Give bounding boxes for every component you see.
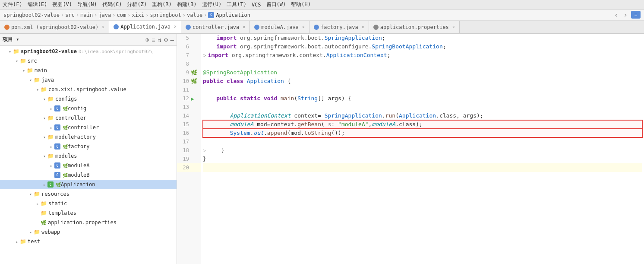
tree-item-webapp[interactable]: 📁 webapp [0, 227, 177, 237]
tree-item-controller-folder[interactable]: 📁 controller [0, 113, 177, 123]
tree-arrow-moduleA[interactable] [48, 163, 54, 168]
nav-forward-button[interactable]: › [622, 11, 629, 19]
tree-item-test[interactable]: 📁 test [0, 237, 177, 246]
tree-arrow-configs[interactable] [41, 97, 47, 102]
recent-files-button[interactable]: ≡ [631, 11, 641, 19]
tree-item-src[interactable]: 📁 src [0, 56, 177, 66]
tab-properties[interactable]: application.properties × [369, 21, 460, 34]
tab-props-close[interactable]: × [452, 25, 455, 29]
nav-back-button[interactable]: ‹ [612, 11, 620, 19]
tab-controller[interactable]: controller.java × [181, 21, 250, 34]
fold-icon-18[interactable]: ▷ [203, 146, 206, 155]
tab-moduleA-close[interactable]: × [302, 25, 305, 29]
tree-item-configs[interactable]: 📁 configs [0, 94, 177, 104]
tree-arrow-webapp[interactable] [28, 230, 34, 235]
tree-arrow-src[interactable] [14, 59, 20, 64]
code-fold-7[interactable]: ▷ [203, 51, 206, 60]
sidebar-expand-icon[interactable]: ⇅ [158, 36, 161, 43]
tree-item-moduleFactory[interactable]: 📁 moduleFactory [0, 132, 177, 142]
gutter-line-16: 16 [177, 129, 201, 137]
tab-ctrl-close[interactable]: × [243, 25, 245, 29]
gutter-line-12: 12 ▶ [177, 94, 201, 103]
menu-item-analyze[interactable]: 分析(Z) [127, 1, 147, 8]
tree-item-application[interactable]: C 🌿 Application [0, 180, 177, 189]
code-content[interactable]: import org.springframework.boot.SpringAp… [201, 34, 644, 264]
menu-item-vcs[interactable]: VCS [252, 2, 261, 8]
tree-item-factory[interactable]: C 🌿 factory [0, 142, 177, 151]
sidebar-close-icon[interactable]: — [170, 36, 174, 43]
tree-item-static[interactable]: 📁 static [0, 199, 177, 208]
code-line-6: import org.springframework.boot.autoconf… [203, 42, 642, 51]
tree-label-webapp: webapp [41, 229, 60, 235]
breadcrumb-application[interactable]: Application [216, 12, 250, 18]
menu-item-tools[interactable]: 工具(T) [227, 1, 246, 8]
tree-item-main[interactable]: 📁 main [0, 66, 177, 75]
menu-item-code[interactable]: 代码(C) [102, 1, 122, 8]
breadcrumb-main[interactable]: main [80, 12, 93, 18]
tab-factory-close[interactable]: × [362, 25, 364, 29]
tree-arrow-resources[interactable] [28, 192, 34, 197]
tree-arrow-java[interactable] [28, 78, 34, 83]
menu-item-window[interactable]: 窗口(W) [266, 1, 286, 8]
tree-item-moduleB[interactable]: C 🌿 moduleB [0, 170, 177, 180]
tree-arrow-factory[interactable] [48, 144, 54, 149]
main-layout: 项目 ▾ ⊕ ≡ ⇅ ⚙ — 📁 springboot02-value D:\i… [0, 34, 644, 264]
menu-item-edit[interactable]: 编辑(E) [28, 1, 47, 8]
breadcrumb-xixi[interactable]: xixi [132, 12, 144, 18]
breadcrumb-src[interactable]: src [65, 12, 75, 18]
tree-item-templates[interactable]: 📁 templates [0, 208, 177, 218]
tab-moduleA[interactable]: moduleA.java × [250, 21, 309, 34]
tab-pom-close[interactable]: × [102, 25, 104, 29]
tree-item-config[interactable]: C 🌿 config [0, 104, 177, 113]
tree-item-moduleA[interactable]: C 🌿 moduleA [0, 161, 177, 170]
menu-item-nav[interactable]: 导航(N) [77, 1, 97, 8]
tab-factory[interactable]: factory.java × [309, 21, 369, 34]
menu-item-view[interactable]: 视图(V) [52, 1, 72, 8]
menu-item-run[interactable]: 运行(U) [202, 1, 222, 8]
sidebar-settings-icon[interactable]: ⚙ [164, 36, 167, 43]
menu-item-build[interactable]: 构建(B) [177, 1, 197, 8]
tree-arrow-root[interactable] [7, 49, 13, 54]
gutter-line-5: 5 [177, 34, 201, 42]
file-icon-moduleB: C [54, 172, 60, 178]
sidebar-scope-icon[interactable]: ⊕ [145, 36, 149, 43]
file-icon-config: C [54, 105, 60, 111]
tab-app-close[interactable]: × [174, 24, 177, 29]
code-line-16: System.out.append(mod.toString()); [203, 129, 642, 137]
tab-pom[interactable]: pom.xml (springboot02-value) × [0, 21, 109, 34]
menu-item-refactor[interactable]: 重构(R) [152, 1, 172, 8]
tree-arrow-controller-folder[interactable] [41, 116, 47, 121]
tree-item-root[interactable]: 📁 springboot02-value D:\idea.book\spring… [0, 47, 177, 56]
folder-icon-controller: 📁 [47, 115, 54, 121]
tree-arrow-test[interactable] [14, 239, 20, 244]
tree-label-templates: templates [48, 210, 76, 216]
tree-item-controller-file[interactable]: C 🌿 controller [0, 123, 177, 132]
breadcrumb-com[interactable]: com [117, 12, 126, 18]
tree-arrow-moduleFactory[interactable] [41, 135, 47, 140]
breadcrumb-springboot[interactable]: springboot [150, 12, 181, 18]
tree-arrow-application[interactable] [41, 182, 47, 187]
tree-arrow-main[interactable] [21, 68, 27, 73]
menu-item-help[interactable]: 帮助(H) [291, 1, 311, 8]
tree-item-modules[interactable]: 📁 modules [0, 151, 177, 161]
tree-item-resources[interactable]: 📁 resources [0, 189, 177, 199]
run-button[interactable]: ▶ [191, 95, 199, 102]
breadcrumb-java[interactable]: java [98, 12, 111, 18]
tree-path-root: D:\idea.book\springboot02\ [79, 49, 153, 54]
tree-arrow-static[interactable] [35, 201, 41, 206]
tree-arrow-controller-file[interactable] [48, 125, 54, 130]
menu-item-file[interactable]: 文件(F) [3, 1, 22, 8]
breadcrumb-project[interactable]: springboot02-value [3, 12, 60, 18]
tree-arrow-com[interactable] [35, 87, 41, 92]
tree-item-app-properties[interactable]: 🌿 application.properties [0, 218, 177, 227]
tree-item-com[interactable]: 📁 com.xixi.springboot.value [0, 85, 177, 94]
sidebar-collapse-icon[interactable]: ≡ [152, 36, 155, 43]
code-line-11 [203, 86, 642, 94]
tree-arrow-modules[interactable] [41, 154, 47, 159]
tab-application[interactable]: Application.java × [109, 21, 181, 34]
breadcrumb-value[interactable]: value [187, 12, 202, 18]
folder-icon-configs: 📁 [47, 96, 54, 102]
tree-item-java[interactable]: 📁 java [0, 75, 177, 85]
tree-arrow-config[interactable] [48, 106, 54, 111]
sidebar-tree: 📁 springboot02-value D:\idea.book\spring… [0, 46, 177, 264]
